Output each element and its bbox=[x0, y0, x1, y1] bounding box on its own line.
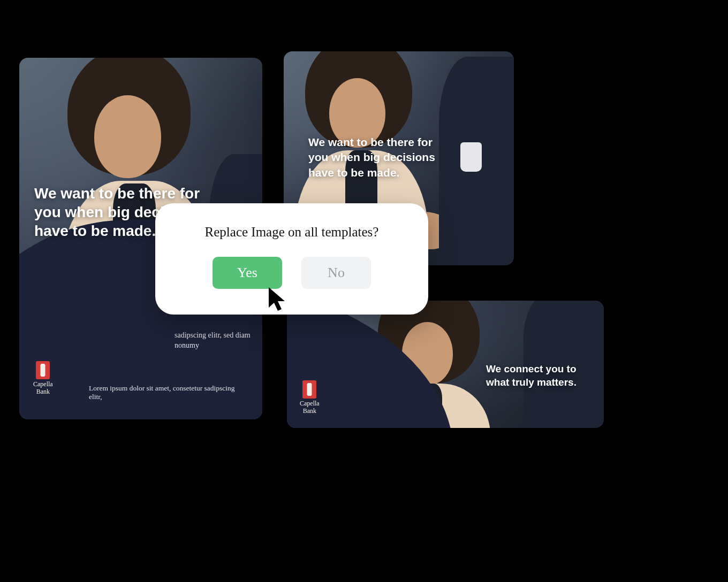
brand-block: Capella Bank bbox=[33, 361, 53, 396]
no-button[interactable]: No bbox=[301, 257, 371, 289]
canvas: We want to be there for you when big dec… bbox=[0, 0, 728, 582]
logo-icon bbox=[36, 361, 50, 379]
headline-text: We connect you to what truly matters. bbox=[486, 363, 588, 389]
confirm-dialog: Replace Image on all templates? Yes No bbox=[155, 203, 428, 315]
dialog-title: Replace Image on all templates? bbox=[181, 225, 403, 240]
brand-name: Capella Bank bbox=[33, 381, 53, 396]
logo-icon bbox=[302, 380, 316, 399]
headline-text: We want to be there for you when big dec… bbox=[308, 135, 450, 180]
footer-copy: Lorem ipsum dolor sit amet, consetetur s… bbox=[89, 384, 248, 401]
brand-name: Capella Bank bbox=[300, 400, 320, 415]
template-card-banner[interactable]: Capella Bank We connect you to what trul… bbox=[287, 301, 604, 428]
brand-block: Capella Bank bbox=[300, 380, 320, 415]
dialog-button-row: Yes No bbox=[181, 257, 403, 289]
yes-button[interactable]: Yes bbox=[213, 257, 282, 289]
body-copy: sadipscing elitr, sed diam nonumy bbox=[175, 331, 255, 351]
